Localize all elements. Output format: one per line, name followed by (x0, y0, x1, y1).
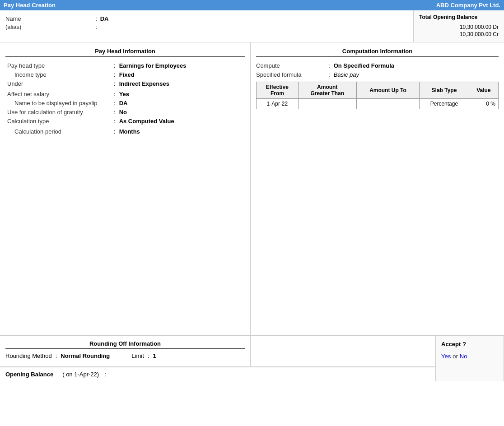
accept-or-label: or (453, 353, 458, 360)
opening-balance-colon: : (104, 371, 106, 378)
header-left: Name : DA (alias) : (0, 10, 414, 42)
slab-header-row: EffectiveFrom AmountGreater Than Amount … (257, 82, 499, 99)
name-row: Name : DA (5, 15, 408, 22)
name-payslip-label: Name to be displayed in payslip (5, 100, 114, 106)
slab-header-value: Value (469, 82, 498, 99)
compute-value: On Specified Formula (334, 62, 394, 69)
header-right: Total Opening Balance 10,30,000.00 Dr 10… (414, 10, 504, 42)
opening-balance-date: ( on 1-Apr-22) (62, 371, 99, 378)
name-colon: : (96, 15, 98, 22)
balance-dr: 10,30,000.00 Dr (419, 24, 499, 30)
left-section-title: Pay Head Information (5, 48, 245, 57)
name-payslip-row: Name to be displayed in payslip : DA (5, 100, 245, 106)
affect-net-salary-row: Affect net salary : Yes (5, 91, 245, 97)
title-right: ABD Company Pvt Ltd. (436, 2, 500, 9)
name-label: Name (5, 15, 96, 22)
formula-value: Basic pay (334, 71, 359, 78)
header-section: Name : DA (alias) : Total Opening Balanc… (0, 10, 504, 42)
opening-balance-bar: Opening Balance ( on 1-Apr-22) : (0, 367, 504, 381)
under-value: Indirect Expenses (119, 80, 169, 87)
limit-label: Limit (131, 352, 144, 359)
total-opening-label: Total Opening Balance (419, 14, 499, 20)
calc-period-value: Months (119, 128, 140, 135)
alias-colon: : (96, 23, 98, 30)
compute-row: Compute : On Specified Formula (256, 62, 499, 69)
title-left: Pay Head Creation (4, 2, 56, 9)
main-section: Pay Head Information Pay head type : Ear… (0, 42, 504, 336)
slab-table: EffectiveFrom AmountGreater Than Amount … (256, 82, 499, 109)
alias-row: (alias) : (5, 23, 408, 30)
formula-label: Specified formula (256, 71, 328, 78)
affect-net-salary-value: Yes (119, 91, 129, 97)
income-type-value: Fixed (119, 71, 135, 78)
rounding-method-label: Rounding Method (5, 352, 52, 359)
slab-value: 0 % (469, 99, 498, 109)
slab-header-amount-greater-than: AmountGreater Than (298, 82, 356, 99)
rounding-method-colon: : (56, 352, 57, 359)
calc-type-value: As Computed Value (119, 118, 174, 125)
rounding-row: Rounding Method : Normal Rounding Limit … (5, 352, 245, 359)
title-bar: Pay Head Creation ABD Company Pvt Ltd. (0, 0, 504, 10)
gratuity-row: Use for calculation of gratuity : No (5, 109, 245, 116)
under-row: Under : Indirect Expenses (5, 80, 245, 87)
right-section-title: Computation Information (256, 48, 499, 57)
gratuity-label: Use for calculation of gratuity (5, 109, 114, 116)
right-panel: Computation Information Compute : On Spe… (251, 42, 504, 335)
slab-amount-greater (298, 99, 356, 109)
accept-yes-button[interactable]: Yes (441, 353, 451, 360)
rounding-title: Rounding Off Information (5, 340, 245, 349)
income-type-label: Income type (5, 71, 114, 78)
bottom-left: Rounding Off Information Rounding Method… (0, 336, 251, 366)
slab-row: 1-Apr-22 Percentage 0 % (257, 99, 499, 109)
accept-title: Accept ? (441, 341, 498, 347)
slab-header-slab-type: Slab Type (420, 82, 469, 99)
slab-effective-from: 1-Apr-22 (257, 99, 299, 109)
bottom-section: Rounding Off Information Rounding Method… (0, 336, 504, 367)
calc-period-row: Calculation period : Months (5, 128, 245, 135)
alias-label: (alias) (5, 23, 96, 30)
slab-header-amount-up-to: Amount Up To (356, 82, 419, 99)
accept-box: Accept ? Yes or No (435, 336, 504, 381)
pay-head-type-label: Pay head type (5, 62, 114, 69)
name-payslip-value: DA (119, 100, 128, 106)
formula-row: Specified formula : Basic pay (256, 71, 499, 78)
income-type-row: Income type : Fixed (5, 71, 245, 78)
under-label: Under (5, 80, 114, 87)
affect-net-salary-label: Affect net salary (5, 91, 114, 97)
calc-type-label: Calculation type (5, 118, 114, 125)
limit-colon: : (148, 352, 149, 359)
balance-cr: 10,30,000.00 Cr (419, 31, 499, 37)
compute-label: Compute (256, 62, 328, 69)
bottom-right: Accept ? Yes or No (251, 336, 504, 366)
opening-balance-label: Opening Balance (5, 371, 53, 378)
slab-amount-up-to (356, 99, 419, 109)
slab-type: Percentage (420, 99, 469, 109)
accept-buttons: Yes or No (441, 353, 498, 360)
limit-value: 1 (153, 352, 156, 359)
pay-head-type-value: Earnings for Employees (119, 62, 187, 69)
rounding-method-value: Normal Rounding (61, 352, 110, 359)
gratuity-value: No (119, 109, 127, 116)
left-panel: Pay Head Information Pay head type : Ear… (0, 42, 251, 335)
calc-type-row: Calculation type : As Computed Value (5, 118, 245, 125)
name-value: DA (100, 15, 109, 22)
pay-head-type-row: Pay head type : Earnings for Employees (5, 62, 245, 69)
accept-no-button[interactable]: No (460, 353, 467, 360)
slab-header-effective-from: EffectiveFrom (257, 82, 299, 99)
calc-period-label: Calculation period (5, 128, 114, 135)
